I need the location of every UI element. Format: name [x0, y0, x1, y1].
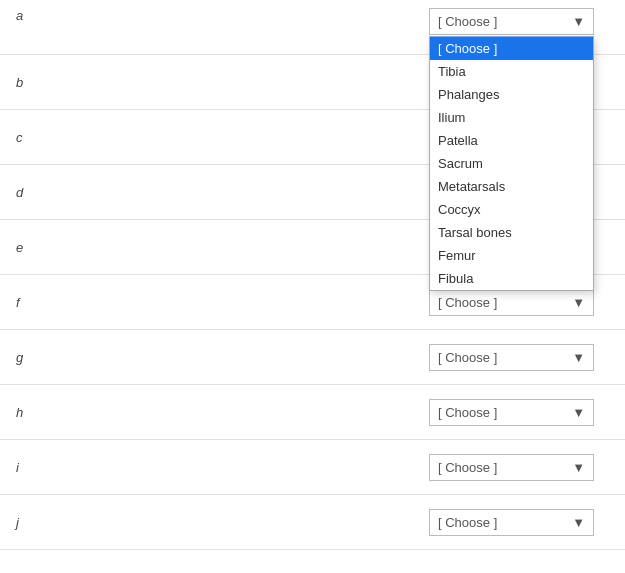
row-label-c: c [16, 130, 56, 145]
dropdown-option-metatarsals[interactable]: Metatarsals [430, 175, 593, 198]
row-f-select-cell: [ Choose ] ▼ [429, 289, 609, 316]
row-a-chevron-icon: ▼ [572, 14, 585, 29]
row-label-i: i [16, 460, 56, 475]
row-a-dropdown: [ Choose ] Tibia Phalanges Ilium Patella… [429, 36, 594, 291]
row-g-select-cell: [ Choose ] ▼ [429, 344, 609, 371]
row-a-select-label: [ Choose ] [438, 14, 497, 29]
row-h-select-label: [ Choose ] [438, 405, 497, 420]
row-a-select-button[interactable]: [ Choose ] ▼ [429, 8, 594, 35]
row-g-select-button[interactable]: [ Choose ] ▼ [429, 344, 594, 371]
row-j-select-button[interactable]: [ Choose ] ▼ [429, 509, 594, 536]
row-label-e: e [16, 240, 56, 255]
row-a-select-area: [ Choose ] ▼ [ Choose ] Tibia Phalanges … [429, 8, 609, 35]
row-label-b: b [16, 75, 56, 90]
quiz-row-g: g [ Choose ] ▼ [0, 330, 625, 385]
dropdown-option-tibia[interactable]: Tibia [430, 60, 593, 83]
dropdown-option-ilium[interactable]: Ilium [430, 106, 593, 129]
row-j-select-cell: [ Choose ] ▼ [429, 509, 609, 536]
quiz-table: a [ Choose ] ▼ [ Choose ] Tibia Phalange… [0, 0, 625, 550]
dropdown-option-tarsal-bones[interactable]: Tarsal bones [430, 221, 593, 244]
row-f-select-button[interactable]: [ Choose ] ▼ [429, 289, 594, 316]
row-label-j: j [16, 515, 56, 530]
dropdown-option-phalanges[interactable]: Phalanges [430, 83, 593, 106]
row-g-select-label: [ Choose ] [438, 350, 497, 365]
row-label-a: a [16, 8, 56, 23]
row-i-select-cell: [ Choose ] ▼ [429, 454, 609, 481]
dropdown-option-fibula[interactable]: Fibula [430, 267, 593, 290]
dropdown-option-coccyx[interactable]: Coccyx [430, 198, 593, 221]
row-label-g: g [16, 350, 56, 365]
dropdown-option-patella[interactable]: Patella [430, 129, 593, 152]
row-label-h: h [16, 405, 56, 420]
row-i-select-button[interactable]: [ Choose ] ▼ [429, 454, 594, 481]
dropdown-option-femur[interactable]: Femur [430, 244, 593, 267]
row-f-chevron-icon: ▼ [572, 295, 585, 310]
row-i-chevron-icon: ▼ [572, 460, 585, 475]
quiz-row-j: j [ Choose ] ▼ [0, 495, 625, 550]
dropdown-option-sacrum[interactable]: Sacrum [430, 152, 593, 175]
row-h-select-cell: [ Choose ] ▼ [429, 399, 609, 426]
quiz-row-a: a [ Choose ] ▼ [ Choose ] Tibia Phalange… [0, 0, 625, 55]
row-h-select-button[interactable]: [ Choose ] ▼ [429, 399, 594, 426]
quiz-row-h: h [ Choose ] ▼ [0, 385, 625, 440]
row-j-chevron-icon: ▼ [572, 515, 585, 530]
row-g-chevron-icon: ▼ [572, 350, 585, 365]
quiz-row-i: i [ Choose ] ▼ [0, 440, 625, 495]
row-j-select-label: [ Choose ] [438, 515, 497, 530]
row-label-d: d [16, 185, 56, 200]
row-label-f: f [16, 295, 56, 310]
row-i-select-label: [ Choose ] [438, 460, 497, 475]
dropdown-option-choose[interactable]: [ Choose ] [430, 37, 593, 60]
row-f-select-label: [ Choose ] [438, 295, 497, 310]
row-h-chevron-icon: ▼ [572, 405, 585, 420]
